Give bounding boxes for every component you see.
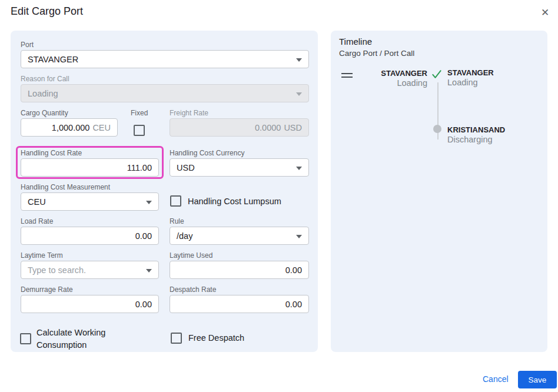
timeline-current-port: STAVANGER xyxy=(343,69,427,78)
demurrage-rate-value: 0.00 xyxy=(135,300,152,309)
rule-select[interactable]: /day xyxy=(170,227,309,245)
port-label: Port xyxy=(21,41,34,49)
freight-rate-input: 0.0000 USD xyxy=(170,118,309,137)
handling-cost-measurement-select[interactable]: CEU xyxy=(21,192,159,211)
handling-cost-measurement-value: CEU xyxy=(28,197,46,207)
chevron-down-icon xyxy=(296,92,302,96)
laytime-used-input[interactable]: 0.00 xyxy=(170,261,309,279)
handling-cost-currency-label: Handling Cost Currency xyxy=(170,149,244,157)
chevron-down-icon xyxy=(296,58,302,62)
timeline-panel: Timeline Cargo Port / Port Call STAVANGE… xyxy=(331,31,547,352)
handling-cost-lumpsum-checkbox[interactable] xyxy=(170,195,181,207)
rule-label: Rule xyxy=(170,217,184,225)
timeline-stop: STAVANGER Loading xyxy=(447,68,494,88)
chevron-down-icon xyxy=(296,235,302,238)
freight-rate-unit: USD xyxy=(284,123,302,132)
laytime-used-value: 0.00 xyxy=(285,265,302,275)
reason-for-call-select: Loading xyxy=(21,84,309,102)
port-select[interactable]: STAVANGER xyxy=(21,50,309,68)
page-title: Edit Cargo Port xyxy=(11,5,83,18)
handling-cost-rate-input[interactable]: 111.00 xyxy=(21,158,159,177)
handling-cost-lumpsum-label: Handling Cost Lumpsum xyxy=(188,195,281,208)
freight-rate-value: 0.0000 xyxy=(255,123,281,132)
despatch-rate-value: 0.00 xyxy=(285,300,302,309)
laytime-term-label: Laytime Term xyxy=(21,251,63,260)
port-value: STAVANGER xyxy=(28,55,78,64)
laytime-term-placeholder: Type to search. xyxy=(28,265,86,275)
despatch-rate-label: Despatch Rate xyxy=(170,285,216,294)
fixed-checkbox[interactable] xyxy=(134,125,145,136)
handling-cost-measurement-label: Handling Cost Measurement xyxy=(21,183,110,191)
timeline-stop-port: KRISTIANSAND xyxy=(447,125,505,135)
fixed-label: Fixed xyxy=(131,109,148,117)
cargo-quantity-value: 1,000.000 xyxy=(52,123,90,132)
laytime-used-label: Laytime Used xyxy=(170,251,212,260)
reason-for-call-label: Reason for Call xyxy=(21,75,69,83)
calculate-working-consumption-label: Calculate Working Consumption xyxy=(36,327,114,351)
handling-cost-rate-value: 111.00 xyxy=(127,163,152,172)
demurrage-rate-label: Demurrage Rate xyxy=(21,285,73,294)
calculate-working-consumption-checkbox[interactable] xyxy=(20,333,31,344)
close-icon[interactable]: ✕ xyxy=(537,5,553,20)
load-rate-value: 0.00 xyxy=(135,231,152,241)
free-despatch-checkbox[interactable] xyxy=(171,333,182,344)
check-icon xyxy=(431,68,443,80)
save-button[interactable]: Save xyxy=(518,371,557,388)
handling-cost-currency-value: USD xyxy=(177,163,195,172)
freight-rate-label: Freight Rate xyxy=(170,109,208,117)
timeline-current-action: Loading xyxy=(343,78,427,88)
chevron-down-icon xyxy=(146,269,152,273)
load-rate-input[interactable]: 0.00 xyxy=(21,227,159,245)
timeline-stop-dot xyxy=(433,125,441,133)
laytime-term-select[interactable]: Type to search. xyxy=(21,261,159,279)
cargo-quantity-label: Cargo Quantity xyxy=(21,109,68,117)
timeline-stop: KRISTIANSAND Discharging xyxy=(447,125,505,145)
cancel-button[interactable]: Cancel xyxy=(478,373,513,386)
despatch-rate-input[interactable]: 0.00 xyxy=(170,295,309,313)
reason-for-call-value: Loading xyxy=(28,89,58,98)
timeline-title: Timeline xyxy=(339,36,372,46)
timeline-current-item[interactable]: STAVANGER Loading xyxy=(343,69,427,88)
handling-cost-rate-label: Handling Cost Rate xyxy=(21,149,82,157)
rule-value: /day xyxy=(177,231,192,241)
chevron-down-icon xyxy=(296,167,302,170)
handling-cost-currency-select[interactable]: USD xyxy=(170,158,309,177)
timeline-stop-port: STAVANGER xyxy=(447,68,494,78)
demurrage-rate-input[interactable]: 0.00 xyxy=(21,295,159,313)
cargo-port-form-panel: Port STAVANGER Reason for Call Loading C… xyxy=(11,31,318,352)
timeline-stop-action: Discharging xyxy=(447,135,505,145)
free-despatch-label: Free Despatch xyxy=(188,332,244,344)
timeline-stop-action: Loading xyxy=(447,78,494,88)
chevron-down-icon xyxy=(146,201,152,204)
load-rate-label: Load Rate xyxy=(21,217,53,225)
timeline-subtitle: Cargo Port / Port Call xyxy=(339,49,414,58)
cargo-quantity-unit: CEU xyxy=(92,123,111,132)
cargo-quantity-input[interactable]: 1,000.000 CEU xyxy=(21,118,118,137)
